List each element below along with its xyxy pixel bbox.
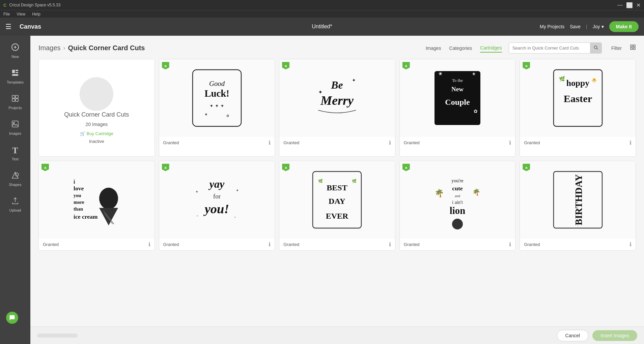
- search-button[interactable]: [590, 43, 601, 53]
- menu-file[interactable]: File: [3, 12, 10, 17]
- breadcrumb-row: Images › Quick Corner Card Cuts Images C…: [38, 42, 636, 54]
- image-card-5[interactable]: a i love you more than ice cream: [38, 161, 155, 251]
- text-icon: T: [12, 146, 18, 156]
- header-divider: |: [586, 24, 587, 29]
- access-badge-6: a: [162, 164, 169, 171]
- sidebar: New Templates Pr: [0, 36, 30, 344]
- close-button[interactable]: ✕: [636, 2, 641, 8]
- card-status-6: Granted: [163, 242, 179, 247]
- window-controls[interactable]: — ⬜ ✕: [617, 2, 641, 8]
- svg-text:EVER: EVER: [326, 212, 348, 220]
- image-card-2[interactable]: a Be Merry ✦ ✦ Granted ℹ: [279, 59, 395, 157]
- svg-text:✦ ✦ ✦: ✦ ✦ ✦: [209, 103, 224, 108]
- svg-text:❀: ❀: [472, 72, 475, 76]
- image-card-3[interactable]: a To the New Couple ❀ ❀ ✿ Granted ℹ: [399, 59, 516, 157]
- minimize-button[interactable]: —: [617, 2, 623, 8]
- menu-bar: File View Help: [0, 10, 644, 18]
- info-icon-7[interactable]: ℹ: [389, 241, 391, 248]
- info-icon-5[interactable]: ℹ: [148, 241, 150, 248]
- image-card-8[interactable]: a you're cute and i ain't lion 🌴 🌴: [399, 161, 516, 251]
- save-button[interactable]: Save: [570, 24, 581, 29]
- info-icon-6[interactable]: ℹ: [269, 241, 271, 248]
- shapes-icon: [11, 171, 19, 181]
- menu-view[interactable]: View: [17, 12, 25, 17]
- upload-icon: [11, 197, 19, 207]
- maximize-button[interactable]: ⬜: [626, 2, 633, 8]
- sidebar-item-projects[interactable]: Projects: [2, 90, 29, 114]
- filter-button[interactable]: Filter: [611, 45, 622, 51]
- cancel-button[interactable]: Cancel: [557, 330, 589, 341]
- sidebar-item-text[interactable]: T Text: [2, 142, 29, 165]
- images-icon: [11, 120, 19, 130]
- card-footer-4: Granted ℹ: [520, 137, 636, 149]
- grid-view-button[interactable]: [630, 44, 636, 52]
- sidebar-item-images[interactable]: Images: [2, 116, 29, 139]
- info-icon-4[interactable]: ℹ: [629, 139, 632, 146]
- svg-text:❀: ❀: [439, 71, 442, 76]
- info-icon-2[interactable]: ℹ: [389, 139, 391, 146]
- buy-cartridge-button[interactable]: 🛒 Buy Cartridge: [80, 131, 113, 136]
- sidebar-item-shapes[interactable]: Shapes: [2, 167, 29, 191]
- sidebar-item-upload[interactable]: Upload: [2, 193, 29, 216]
- info-icon-3[interactable]: ℹ: [509, 139, 511, 146]
- card-thumb-3: a To the New Couple ❀ ❀ ✿: [400, 59, 515, 137]
- search-input[interactable]: [509, 43, 590, 53]
- svg-text:🌿: 🌿: [318, 179, 323, 183]
- card-footer-1: Granted ℹ: [159, 137, 275, 149]
- sidebar-item-templates[interactable]: Templates: [2, 65, 29, 88]
- tab-images[interactable]: Images: [426, 44, 441, 52]
- svg-rect-10: [16, 99, 18, 101]
- svg-text:🌿: 🌿: [559, 76, 565, 82]
- svg-point-14: [594, 46, 597, 49]
- info-icon-1[interactable]: ℹ: [269, 139, 271, 146]
- chat-bubble-button[interactable]: [6, 312, 18, 324]
- featured-title: Quick Corner Card Cuts: [64, 111, 129, 119]
- featured-card[interactable]: Quick Corner Card Cuts 20 Images 🛒 Buy C…: [38, 59, 155, 157]
- info-icon-8[interactable]: ℹ: [509, 241, 511, 248]
- svg-text:for: for: [213, 193, 221, 200]
- app-logo: C: [3, 3, 6, 8]
- canvas-title: Canvas: [20, 23, 41, 30]
- insert-images-button[interactable]: Insert Images: [592, 330, 637, 341]
- svg-text:Luck!: Luck!: [204, 88, 229, 99]
- top-nav: Images Categories Cartridges Filter: [426, 42, 636, 54]
- tab-categories[interactable]: Categories: [449, 44, 472, 52]
- svg-rect-16: [631, 45, 632, 46]
- svg-line-15: [597, 49, 598, 50]
- user-menu[interactable]: Joy ▾: [593, 24, 604, 29]
- nav-tabs: Images Categories Cartridges: [426, 44, 502, 53]
- user-name: Joy: [593, 24, 600, 29]
- image-card-6[interactable]: a yay for you! ✦ ✦ * * Granted ℹ: [159, 161, 275, 251]
- svg-rect-19: [634, 48, 635, 50]
- svg-text:🌴: 🌴: [472, 188, 480, 196]
- access-badge-1: a: [162, 62, 169, 69]
- svg-rect-11: [12, 121, 18, 127]
- card-status-1: Granted: [163, 140, 179, 145]
- svg-text:✦: ✦: [195, 190, 198, 194]
- svg-text:DAY: DAY: [329, 197, 346, 206]
- image-card-4[interactable]: a hoppy Easter 🌿 🐣 Granted ℹ: [520, 59, 636, 157]
- featured-status: Inactive: [89, 139, 104, 144]
- svg-text:🌿: 🌿: [352, 179, 357, 183]
- svg-text:hoppy: hoppy: [566, 78, 589, 88]
- image-card-9[interactable]: a BIRTHDAY Granted ℹ: [520, 161, 636, 251]
- sidebar-item-new[interactable]: New: [2, 39, 29, 63]
- breadcrumb-parent[interactable]: Images: [38, 44, 61, 52]
- svg-text:you're: you're: [451, 178, 463, 183]
- make-it-button[interactable]: Make It: [609, 21, 639, 32]
- my-projects-button[interactable]: My Projects: [540, 24, 564, 29]
- svg-text:✦: ✦: [318, 89, 323, 95]
- breadcrumb: Images › Quick Corner Card Cuts: [38, 44, 145, 52]
- tab-cartridges[interactable]: Cartridges: [480, 44, 502, 53]
- svg-text:🌴: 🌴: [435, 189, 444, 198]
- svg-text:✿: ✿: [226, 114, 229, 118]
- access-badge-5: a: [41, 164, 49, 171]
- svg-point-12: [13, 122, 15, 124]
- hamburger-icon[interactable]: ☰: [5, 23, 11, 31]
- image-card-1[interactable]: a Good Luck! ✦ ✦ ✦ ★ ✿ Granted ℹ: [159, 59, 275, 157]
- svg-text:Easter: Easter: [563, 93, 592, 104]
- image-card-7[interactable]: a BEST DAY EVER 🌿 🌿 Granted ℹ: [279, 161, 395, 251]
- menu-help[interactable]: Help: [32, 12, 40, 17]
- sidebar-item-templates-label: Templates: [7, 80, 24, 84]
- info-icon-9[interactable]: ℹ: [629, 241, 632, 248]
